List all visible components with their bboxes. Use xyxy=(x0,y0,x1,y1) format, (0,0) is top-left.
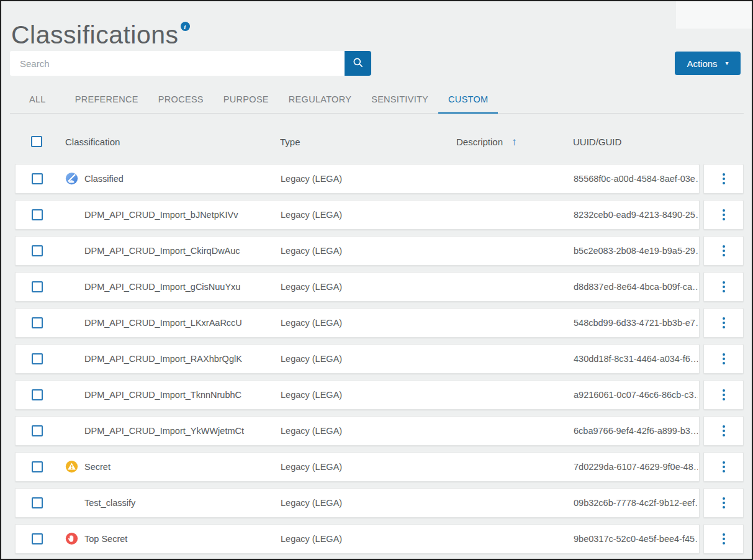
classification-name: DPM_API_CRUD_Import_bJNetpKIVv xyxy=(84,210,238,220)
row-checkbox[interactable] xyxy=(32,317,43,328)
row-checkbox-cell xyxy=(32,533,43,544)
classification-uuid: d8d837ed-8e64-4bca-b09f-ca… xyxy=(574,282,698,292)
row-checkbox-cell xyxy=(32,245,43,256)
classification-name: DPM_API_CRUD_Import_RAXhbrQglK xyxy=(84,354,242,364)
row-actions-button[interactable] xyxy=(703,200,744,230)
tab-label: CUSTOM xyxy=(448,94,488,104)
classification-uuid: 6cba9766-9ef4-42f6-a899-b3… xyxy=(574,426,698,436)
tab-label: REGULATORY xyxy=(289,94,351,104)
column-header-classification[interactable]: Classification xyxy=(65,137,120,147)
table-row-card[interactable]: Secret Legacy (LEGA) 7d0229da-6107-4629-… xyxy=(15,452,700,482)
page-title: Classificationsi xyxy=(11,20,190,50)
classification-type: Legacy (LEGA) xyxy=(281,246,342,256)
row-checkbox[interactable] xyxy=(32,425,43,436)
row-checkbox[interactable] xyxy=(32,389,43,400)
row-actions-button[interactable] xyxy=(703,236,744,266)
row-actions-button[interactable] xyxy=(703,308,744,338)
column-header-uuid[interactable]: UUID/GUID xyxy=(573,137,697,147)
kebab-menu-icon xyxy=(723,533,725,544)
row-actions-button[interactable] xyxy=(703,164,744,194)
table-row-card[interactable]: Classified Legacy (LEGA) 85568f0c-a00d-4… xyxy=(15,164,700,194)
classification-name: Top Secret xyxy=(84,534,127,544)
actions-button[interactable]: Actions ▾ xyxy=(675,52,741,75)
row-actions-button[interactable] xyxy=(703,272,744,302)
table-row-card[interactable]: DPM_API_CRUD_Import_gCisNuuYxu Legacy (L… xyxy=(15,272,700,302)
column-header-type[interactable]: Type xyxy=(280,137,300,147)
row-checkbox-cell xyxy=(32,173,43,184)
row-checkbox[interactable] xyxy=(32,353,43,364)
table-row: DPM_API_CRUD_Import_CkirqDwAuc Legacy (L… xyxy=(15,236,744,266)
search-icon xyxy=(352,56,364,71)
classification-type: Legacy (LEGA) xyxy=(281,462,342,472)
row-checkbox[interactable] xyxy=(32,533,43,544)
classification-type: Legacy (LEGA) xyxy=(281,354,342,364)
row-actions-button[interactable] xyxy=(703,452,744,482)
header-highlight xyxy=(676,1,752,29)
classification-icon-slot xyxy=(65,280,79,294)
tab-preference[interactable]: PREFERENCE xyxy=(65,88,148,114)
select-all-checkbox[interactable] xyxy=(31,136,42,147)
row-checkbox[interactable] xyxy=(32,461,43,472)
table-row-card[interactable]: DPM_API_CRUD_Import_CkirqDwAuc Legacy (L… xyxy=(15,236,700,266)
classification-icon-slot xyxy=(65,316,79,330)
column-header-description-label: Description xyxy=(456,137,503,147)
kebab-menu-icon xyxy=(723,281,725,292)
kebab-menu-icon xyxy=(723,497,725,508)
classification-icon-slot xyxy=(65,424,79,438)
row-actions-button[interactable] xyxy=(703,380,744,410)
classification-uuid: 9be0317c-52c0-4e5f-bee4-f45… xyxy=(574,534,698,544)
search-input[interactable] xyxy=(10,51,345,76)
row-checkbox[interactable] xyxy=(32,209,43,220)
row-actions-button[interactable] xyxy=(703,524,744,554)
classification-icon-slot xyxy=(65,388,79,402)
table-row-card[interactable]: Test_classify Legacy (LEGA) 09b32c6b-777… xyxy=(15,488,700,518)
row-checkbox-cell xyxy=(32,209,43,220)
classification-type: Legacy (LEGA) xyxy=(281,426,342,436)
search-button[interactable] xyxy=(345,51,371,76)
tab-label: PURPOSE xyxy=(223,94,269,104)
classification-uuid: 09b32c6b-7778-4c2f-9b12-eef… xyxy=(574,498,698,508)
chevron-down-icon: ▾ xyxy=(726,60,729,66)
tab-custom[interactable]: CUSTOM xyxy=(438,88,498,114)
classification-name: DPM_API_CRUD_Import_CkirqDwAuc xyxy=(84,246,240,256)
classification-uuid: b5c2e083-2b08-4e19-b9a5-29… xyxy=(574,246,698,256)
classified-icon xyxy=(65,172,78,185)
classification-icon-slot xyxy=(65,496,79,510)
tab-sensitivity[interactable]: SENSITIVITY xyxy=(361,88,438,114)
row-actions-button[interactable] xyxy=(703,416,744,446)
stop-hand-icon xyxy=(65,532,78,545)
row-checkbox[interactable] xyxy=(32,497,43,508)
tab-label: PREFERENCE xyxy=(75,94,138,104)
tab-process[interactable]: PROCESS xyxy=(148,88,214,114)
info-icon[interactable]: i xyxy=(181,22,190,31)
table-body: Classified Legacy (LEGA) 85568f0c-a00d-4… xyxy=(15,164,744,560)
kebab-menu-icon xyxy=(723,389,725,400)
table-row-card[interactable]: DPM_API_CRUD_Import_RAXhbrQglK Legacy (L… xyxy=(15,344,700,374)
row-checkbox-cell xyxy=(32,281,43,292)
tab-label: ALL xyxy=(29,94,46,104)
row-actions-button[interactable] xyxy=(703,344,744,374)
table-row-card[interactable]: DPM_API_CRUD_Import_LKxrAaRccU Legacy (L… xyxy=(15,308,700,338)
row-actions-button[interactable] xyxy=(703,488,744,518)
tab-all[interactable]: ALL xyxy=(10,88,65,114)
classification-type: Legacy (LEGA) xyxy=(281,498,342,508)
table-header: Classification Type Description ↑ UUID/G… xyxy=(15,127,700,156)
tab-regulatory[interactable]: REGULATORY xyxy=(279,88,361,114)
kebab-menu-icon xyxy=(723,317,725,328)
table-row: DPM_API_CRUD_Import_gCisNuuYxu Legacy (L… xyxy=(15,272,744,302)
table-row-card[interactable]: DPM_API_CRUD_Import_YkWWjetmCt Legacy (L… xyxy=(15,416,700,446)
row-checkbox[interactable] xyxy=(32,245,43,256)
table-row-card[interactable]: Top Secret Legacy (LEGA) 9be0317c-52c0-4… xyxy=(15,524,700,554)
sort-ascending-icon: ↑ xyxy=(512,137,517,147)
tab-purpose[interactable]: PURPOSE xyxy=(214,88,279,114)
table-row: DPM_API_CRUD_Import_YkWWjetmCt Legacy (L… xyxy=(15,416,744,446)
table-row-card[interactable]: DPM_API_CRUD_Import_TknnNrubhC Legacy (L… xyxy=(15,380,700,410)
table-row: DPM_API_CRUD_Import_RAXhbrQglK Legacy (L… xyxy=(15,344,744,374)
row-checkbox[interactable] xyxy=(32,173,43,184)
table-row: DPM_API_CRUD_Import_bJNetpKIVv Legacy (L… xyxy=(15,200,744,230)
classification-icon-slot xyxy=(65,208,79,222)
row-checkbox[interactable] xyxy=(32,281,43,292)
table-row-card[interactable]: DPM_API_CRUD_Import_bJNetpKIVv Legacy (L… xyxy=(15,200,700,230)
classification-type: Legacy (LEGA) xyxy=(281,390,342,400)
column-header-description[interactable]: Description ↑ xyxy=(456,137,517,147)
